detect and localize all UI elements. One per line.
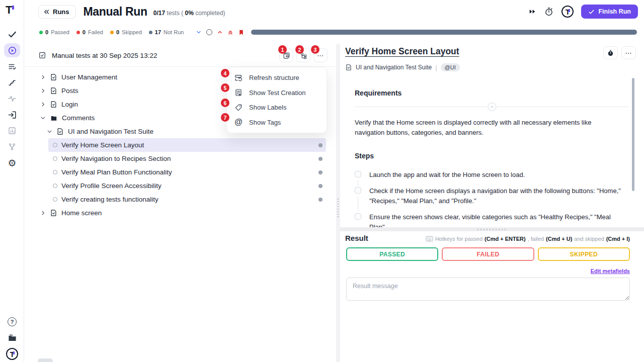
collapsed-panel-tab[interactable] <box>38 358 53 362</box>
test-status-circle-icon <box>53 184 57 188</box>
nav-check[interactable] <box>0 26 24 42</box>
list-check-icon <box>4 59 20 73</box>
circle-filter-icon[interactable] <box>206 29 212 35</box>
fast-forward-icon <box>528 8 536 15</box>
nav-import[interactable] <box>0 107 24 123</box>
check-icon <box>588 9 595 15</box>
clipboard-check-icon <box>38 51 46 59</box>
sign-in-icon <box>4 108 20 122</box>
label-icon <box>234 104 243 112</box>
edit-metafields-link[interactable]: Edit metafields <box>591 268 630 274</box>
tree-item-test[interactable]: Verify Meal Plan Button Functionality <box>48 165 326 179</box>
tree-item-test[interactable]: Verify Profile Screen Accessibility <box>48 179 326 193</box>
app-logo[interactable]: T <box>6 5 12 16</box>
test-status-circle-icon <box>53 197 57 202</box>
notrun-dot-icon <box>149 31 152 34</box>
workspace-logo[interactable]: T <box>0 346 24 362</box>
steps-resize-handle[interactable] <box>340 227 644 231</box>
nav-runs[interactable] <box>0 42 24 58</box>
chevron-down-icon[interactable] <box>196 29 202 35</box>
doc-check-icon <box>345 64 352 71</box>
annotation-badge-6: 6 <box>221 99 229 107</box>
scrollbar-thumb[interactable] <box>632 78 634 191</box>
question-icon: ? <box>8 317 17 326</box>
test-notrun-dot-icon <box>318 198 323 202</box>
skipped-button[interactable]: SKIPPED <box>538 247 630 261</box>
passed-count: 0Passed <box>39 29 69 35</box>
requirements-heading: Requirements <box>355 89 401 97</box>
failed-count: 0Failed <box>76 29 103 35</box>
tree-item-test[interactable]: Verify Navigation to Recipes Section <box>48 152 326 165</box>
nav-settings[interactable]: ⚙ <box>0 155 24 171</box>
drag-dots-icon <box>477 229 507 230</box>
chevron-right-icon <box>40 210 46 216</box>
folder-icon <box>8 333 17 343</box>
gear-icon: ⚙ <box>4 156 20 170</box>
collapse-knob[interactable] <box>488 103 496 111</box>
menu-item-refresh-structure[interactable]: Refresh structure <box>227 70 327 85</box>
test-more-button[interactable]: ⋯ <box>621 46 636 59</box>
at-icon: @ <box>234 118 243 127</box>
doc-check-icon <box>56 128 64 135</box>
ellipsis-icon: ⋯ <box>317 52 324 59</box>
logo-icon: T <box>6 348 18 360</box>
drag-dots-icon <box>337 199 339 218</box>
test-timer-button[interactable] <box>603 46 618 59</box>
tag-badge[interactable]: @UI <box>441 63 460 71</box>
nav-branches[interactable] <box>0 139 24 155</box>
menu-item-show-labels[interactable]: Show Labels <box>227 100 327 115</box>
nav-test-plans[interactable] <box>0 58 24 74</box>
tree-options-menu: Refresh structure Show Test Creation Sho… <box>226 67 327 133</box>
hotkeys-hint: Hotkeys for passed (Cmd + ENTER) , faile… <box>426 236 630 242</box>
nav-pulse[interactable] <box>0 90 24 107</box>
play-circle-icon <box>4 43 20 57</box>
chevrons-up-icon[interactable] <box>227 29 233 36</box>
step-checkbox[interactable] <box>355 213 361 220</box>
passed-dot-icon <box>39 31 43 34</box>
failed-button[interactable]: FAILED <box>442 247 534 261</box>
menu-item-show-tags[interactable]: @ Show Tags <box>227 115 327 130</box>
doc-check-icon <box>50 73 57 81</box>
annotation-badge-4: 4 <box>221 69 229 77</box>
check-icon <box>4 27 20 41</box>
refresh-structure-icon <box>234 74 243 82</box>
menu-item-show-test-creation[interactable]: Show Test Creation <box>227 85 327 101</box>
fast-forward-button[interactable] <box>528 8 536 15</box>
nav-steps[interactable] <box>0 74 24 90</box>
tree-item-suite[interactable]: Home screen <box>24 206 336 220</box>
back-to-runs-button[interactable]: Runs <box>38 5 76 19</box>
timer-button[interactable] <box>544 7 554 17</box>
result-message-input[interactable] <box>346 278 630 301</box>
tree-item-test-selected[interactable]: Verify Home Screen Layout <box>48 138 326 152</box>
ellipsis-icon: ⋯ <box>625 49 632 57</box>
stopwatch-filled-icon <box>607 49 614 57</box>
tree-item-test[interactable]: Verify creating tests functionality <box>48 193 326 206</box>
annotation-badge-3: 3 <box>311 45 319 54</box>
bookmark-icon[interactable] <box>238 29 245 36</box>
breadcrumb: UI and Navigation Test Suite | @UI <box>345 63 460 71</box>
left-rail: T ⚙ ? T <box>0 0 24 362</box>
panel-resize-handle[interactable] <box>336 44 340 362</box>
page-title: Manual Run <box>84 5 147 19</box>
requirements-text: Verify that the Home screen is displayed… <box>355 118 610 138</box>
branch-icon <box>4 140 20 154</box>
chevron-right-icon <box>40 74 46 80</box>
test-notrun-dot-icon <box>318 184 323 188</box>
suite-name[interactable]: UI and Navigation Test Suite <box>356 64 432 71</box>
test-creation-icon <box>234 88 243 97</box>
step-checkbox[interactable] <box>355 171 361 177</box>
finish-run-button[interactable]: Finish Run <box>581 5 638 19</box>
step-checkbox[interactable] <box>355 187 361 194</box>
progress-bar <box>251 30 637 35</box>
passed-button[interactable]: PASSED <box>346 247 438 261</box>
doc-check-icon <box>50 101 57 108</box>
nav-projects[interactable] <box>0 330 24 346</box>
test-title[interactable]: Verify Home Screen Layout <box>345 46 459 57</box>
skipped-dot-icon <box>110 31 114 34</box>
test-notrun-dot-icon <box>318 157 323 161</box>
nav-analytics[interactable] <box>0 123 24 139</box>
top-header: Runs Manual Run 0/17 tests ( 0% complete… <box>24 0 644 23</box>
chevron-up-icon[interactable] <box>217 29 223 35</box>
chevron-down-icon <box>40 115 46 121</box>
nav-help[interactable]: ? <box>0 314 24 330</box>
